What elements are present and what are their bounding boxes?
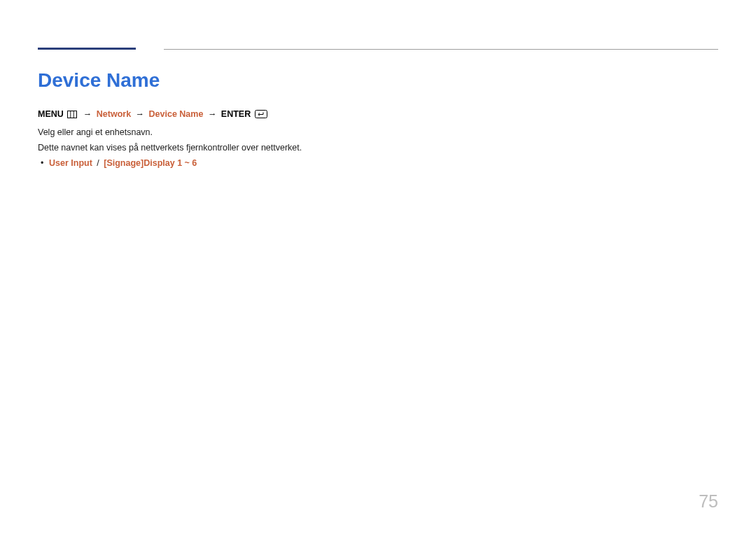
breadcrumb-menu-label: MENU [38,109,64,119]
enter-icon [255,108,267,122]
section-title: Device Name [38,69,718,92]
svg-rect-0 [68,111,77,118]
breadcrumb-arrow-3: → [206,109,219,119]
body-line-2: Dette navnet kan vises på nettverkets fj… [38,141,718,155]
breadcrumb-arrow-2: → [134,109,147,119]
menu-icon [67,108,77,122]
options-bullet: User Input / [Signage]Display 1 ~ 6 [38,156,718,170]
accent-bar [38,48,136,50]
option-user-input: User Input [49,158,92,168]
option-range: [Signage]Display 1 ~ 6 [104,158,197,168]
divider-line [164,49,718,50]
breadcrumb-network: Network [97,109,131,119]
breadcrumb-enter-label: ENTER [221,109,251,119]
breadcrumb-device-name: Device Name [149,109,204,119]
body-line-1: Velg eller angi et enhetsnavn. [38,125,718,139]
breadcrumb: MENU → Network → Device Name → ENTER [38,107,718,122]
page-number: 75 [699,491,718,512]
breadcrumb-arrow-1: → [81,109,94,119]
header-rule [38,48,718,50]
option-separator: / [94,158,101,168]
